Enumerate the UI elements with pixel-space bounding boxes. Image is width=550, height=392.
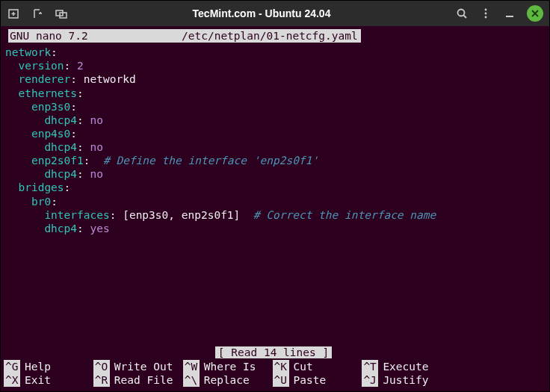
file-line: dhcp4: yes <box>5 222 543 235</box>
shortcut-item: ^KCut <box>273 360 362 373</box>
shortcut-item: ^XExit <box>4 373 93 387</box>
shortcut-key: ^\ <box>183 373 200 387</box>
shortcut-row: ^XExit^RRead File^\Replace^UPaste^JJusti… <box>4 373 543 387</box>
shortcut-key: ^T <box>362 360 378 373</box>
close-icon[interactable] <box>527 5 543 22</box>
file-line: ethernets: <box>5 87 543 100</box>
shortcut-item: ^UPaste <box>273 373 362 387</box>
menu-icon[interactable] <box>479 7 492 20</box>
nano-status-text: [ Read 14 lines ] <box>215 346 332 358</box>
file-line: network: <box>5 46 543 59</box>
file-line: dhcp4: no <box>5 167 543 181</box>
nano-header-bar: GNU nano 7.2/etc/netplan/01-netcfg.yaml <box>8 29 543 43</box>
svg-line-6 <box>464 16 467 19</box>
editor-content[interactable]: network: version: 2 renderer: networkd e… <box>4 46 543 235</box>
shortcut-item: ^\Replace <box>183 373 273 387</box>
shortcut-key: ^O <box>93 360 110 373</box>
nano-status-line: [ Read 14 lines ] <box>4 346 543 359</box>
shortcut-label: Write Out <box>114 360 173 373</box>
file-line: dhcp4: no <box>5 113 543 127</box>
shortcut-label: Cut <box>294 360 313 373</box>
svg-point-5 <box>458 10 465 16</box>
search-icon[interactable] <box>455 7 469 20</box>
shortcut-key: ^K <box>273 360 289 373</box>
titlebar-right <box>455 5 543 22</box>
shortcut-key: ^R <box>93 373 110 387</box>
file-line: renderer: networkd <box>5 72 543 86</box>
shortcut-item: ^TExecute <box>362 360 451 373</box>
minimize-icon[interactable] <box>503 7 516 20</box>
shortcut-label: Help <box>25 360 51 373</box>
svg-point-7 <box>485 9 487 11</box>
shortcut-label: Replace <box>204 373 250 387</box>
nano-footer: [ Read 14 lines ] ^GHelp^OWrite Out^WWhe… <box>4 346 543 387</box>
new-window-icon[interactable] <box>31 7 44 20</box>
shortcut-key: ^W <box>183 360 200 373</box>
terminal-area[interactable]: GNU nano 7.2/etc/netplan/01-netcfg.yaml … <box>1 26 549 391</box>
shortcut-item: ^JJustify <box>362 373 451 387</box>
file-line: version: 2 <box>5 59 543 72</box>
file-line: br0: <box>5 195 543 208</box>
shortcut-label: Paste <box>294 373 327 387</box>
shortcut-key: ^X <box>4 373 20 387</box>
file-line: interfaces: [enp3s0, enp2s0f1] # Correct… <box>5 208 543 222</box>
shortcut-label: Execute <box>383 360 428 373</box>
shortcut-item: ^WWhere Is <box>183 360 273 373</box>
shortcut-key: ^J <box>362 373 378 387</box>
file-line: dhcp4: no <box>5 140 543 154</box>
file-line: enp3s0: <box>5 100 543 113</box>
titlebar-left <box>7 7 68 20</box>
file-line: bridges: <box>5 181 543 194</box>
terminals-icon[interactable] <box>55 7 68 20</box>
file-line: enp4s0: <box>5 127 543 140</box>
nano-filename: /etc/netplan/01-netcfg.yaml <box>180 29 361 43</box>
shortcut-label: Justify <box>383 373 428 387</box>
window-titlebar: TecMint.com - Ubuntu 24.04 <box>1 1 549 26</box>
nano-app-label: GNU nano 7.2 <box>8 29 180 43</box>
shortcut-item: ^GHelp <box>4 360 93 373</box>
shortcut-item: ^OWrite Out <box>93 360 183 373</box>
file-line: enp2s0f1: # Define the interface 'enp2s0… <box>5 154 543 167</box>
svg-point-9 <box>485 16 487 19</box>
svg-point-8 <box>485 13 487 15</box>
shortcut-label: Read File <box>114 373 173 387</box>
shortcut-label: Where Is <box>204 360 256 373</box>
shortcut-key: ^U <box>273 373 289 387</box>
shortcut-item: ^RRead File <box>93 373 183 387</box>
new-tab-icon[interactable] <box>7 7 20 20</box>
shortcut-row: ^GHelp^OWrite Out^WWhere Is^KCut^TExecut… <box>4 360 543 373</box>
shortcut-key: ^G <box>4 360 20 373</box>
shortcut-label: Exit <box>25 373 51 387</box>
window-title: TecMint.com - Ubuntu 24.04 <box>68 7 455 19</box>
